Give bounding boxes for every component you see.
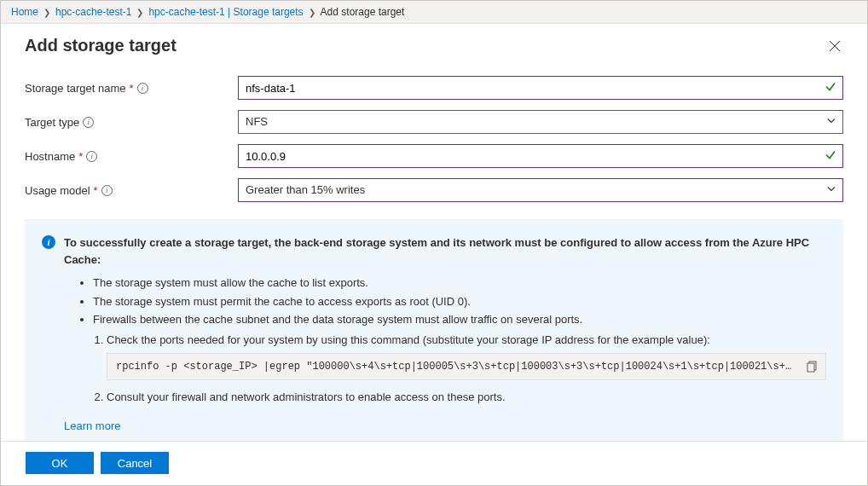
infobox-heading: To successfully create a storage target,… xyxy=(64,234,826,268)
required-indicator: * xyxy=(78,150,83,163)
breadcrumb-level2[interactable]: hpc-cache-test-1 | Storage targets xyxy=(148,6,303,18)
copy-icon xyxy=(807,361,819,373)
hostname-input[interactable] xyxy=(238,144,843,168)
name-label: Storage target name xyxy=(25,82,126,95)
infobox-bullet: The storage system must allow the cache … xyxy=(93,275,826,292)
breadcrumb: Home ❯ hpc-cache-test-1 ❯ hpc-cache-test… xyxy=(1,1,867,24)
close-icon xyxy=(829,40,841,52)
usage-model-label: Usage model xyxy=(25,184,90,197)
info-icon[interactable]: i xyxy=(83,117,94,128)
usage-model-select[interactable]: Greater than 15% writes xyxy=(238,178,843,202)
infobox-bullet: Firewalls between the cache subnet and t… xyxy=(93,311,826,328)
breadcrumb-current: Add storage target xyxy=(321,6,405,18)
chevron-right-icon: ❯ xyxy=(43,8,50,17)
info-icon[interactable]: i xyxy=(101,185,113,196)
breadcrumb-level1[interactable]: hpc-cache-test-1 xyxy=(55,6,131,18)
info-icon: i xyxy=(42,235,55,249)
infobox-bullet: The storage system must permit the cache… xyxy=(93,293,826,310)
infobox-step-text: Check the ports needed for your system b… xyxy=(107,333,710,346)
required-indicator: * xyxy=(130,82,134,95)
info-box: i To successfully create a storage targe… xyxy=(25,219,843,446)
svg-rect-1 xyxy=(807,363,814,372)
cancel-button[interactable]: Cancel xyxy=(101,452,169,474)
learn-more-link[interactable]: Learn more xyxy=(64,418,120,435)
code-block: rpcinfo -p <storage_IP> |egrep "100000\s… xyxy=(107,353,826,380)
code-text: rpcinfo -p <storage_IP> |egrep "100000\s… xyxy=(116,361,826,373)
ok-button[interactable]: OK xyxy=(26,452,94,474)
type-label: Target type xyxy=(25,116,79,129)
page-title: Add storage target xyxy=(25,36,176,55)
breadcrumb-home[interactable]: Home xyxy=(11,6,38,18)
infobox-step: Consult your firewall and network admini… xyxy=(107,389,826,406)
close-button[interactable] xyxy=(826,38,843,55)
target-type-select[interactable]: NFS xyxy=(238,110,843,134)
copy-button[interactable] xyxy=(803,357,822,376)
hostname-label: Hostname xyxy=(25,150,75,163)
info-icon[interactable]: i xyxy=(86,151,97,162)
chevron-right-icon: ❯ xyxy=(309,8,315,17)
infobox-step: Check the ports needed for your system b… xyxy=(107,332,826,381)
chevron-right-icon: ❯ xyxy=(136,8,143,17)
required-indicator: * xyxy=(94,184,98,197)
info-icon[interactable]: i xyxy=(137,83,148,94)
storage-target-name-input[interactable] xyxy=(238,76,843,100)
